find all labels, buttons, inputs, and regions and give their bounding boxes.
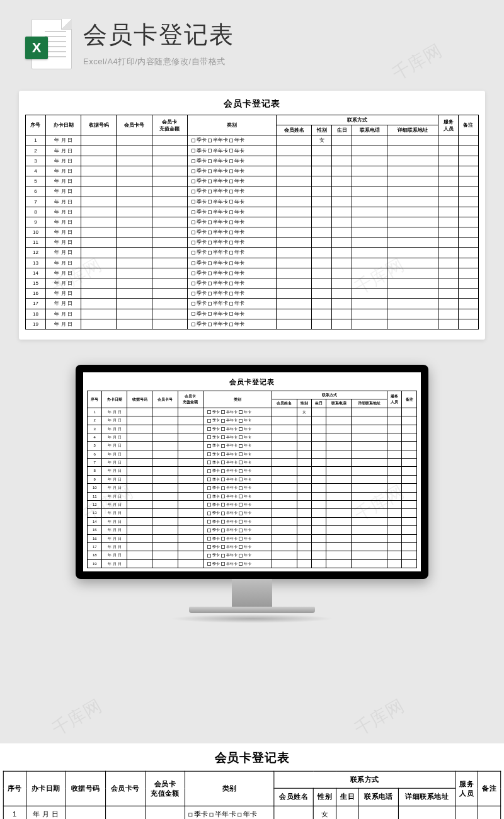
table-row: 10 年 月 日 季卡半年卡年卡 xyxy=(88,484,417,492)
monitor-stand xyxy=(232,579,272,607)
table-row: 2 年 月 日 季卡半年卡年卡 xyxy=(88,416,417,425)
monitor-mockup: 会员卡登记表 序号 办卡日期 收据号码 会员卡号 会员卡充值金额 类别 联系方式… xyxy=(0,365,504,623)
monitor-screen: 会员卡登记表 序号 办卡日期 收据号码 会员卡号 会员卡充值金额 类别 联系方式… xyxy=(76,365,428,579)
page-header: X 会员卡登记表 Excel/A4打印/内容随意修改/自带格式 xyxy=(0,0,504,84)
table-row: 1 年 月 日 季卡半年卡年卡 女 xyxy=(26,135,479,146)
page-subtitle: Excel/A4打印/内容随意修改/自带格式 xyxy=(83,56,234,67)
table-row: 13 年 月 日 季卡半年卡年卡 xyxy=(26,258,479,268)
table-row: 1 年 月 日 季卡半年卡年卡 女 xyxy=(88,408,417,416)
monitor-base xyxy=(189,607,315,613)
table-row: 13 年 月 日 季卡半年卡年卡 xyxy=(88,509,417,517)
table-row: 16 年 月 日 季卡半年卡年卡 xyxy=(26,289,479,299)
table-row: 7 年 月 日 季卡半年卡年卡 xyxy=(26,197,479,207)
sheet-preview-zoom: 会员卡登记表 序号 办卡日期 收据号码 会员卡号 会员卡充值金额 类别 联系方式… xyxy=(0,743,504,819)
monitor-shadow xyxy=(170,614,334,623)
table-row: 9 年 月 日 季卡半年卡年卡 xyxy=(88,475,417,483)
table-row: 14 年 月 日 季卡半年卡年卡 xyxy=(26,268,479,278)
registration-table: 序号 办卡日期 收据号码 会员卡号 会员卡充值金额 类别 联系方式 服务人员 备… xyxy=(3,771,501,819)
table-row: 14 年 月 日 季卡半年卡年卡 xyxy=(88,517,417,525)
watermark: 千库网 xyxy=(48,694,106,742)
table-row: 18 年 月 日 季卡半年卡年卡 xyxy=(26,309,479,319)
table-row: 3 年 月 日 季卡半年卡年卡 xyxy=(88,425,417,433)
table-row: 11 年 月 日 季卡半年卡年卡 xyxy=(88,492,417,500)
table-row: 8 年 月 日 季卡半年卡年卡 xyxy=(88,467,417,475)
excel-x-badge: X xyxy=(25,37,48,59)
registration-table: 序号 办卡日期 收据号码 会员卡号 会员卡充值金额 类别 联系方式 服务人员 备… xyxy=(25,115,479,329)
table-row: 15 年 月 日 季卡半年卡年卡 xyxy=(88,526,417,534)
table-row: 19 年 月 日 季卡半年卡年卡 xyxy=(88,559,417,568)
table-row: 18 年 月 日 季卡半年卡年卡 xyxy=(88,551,417,559)
registration-table: 序号 办卡日期 收据号码 会员卡号 会员卡充值金额 类别 联系方式 服务人员 备… xyxy=(87,391,417,568)
sheet-title: 会员卡登记表 xyxy=(87,377,417,387)
table-row: 6 年 月 日 季卡半年卡年卡 xyxy=(88,450,417,458)
table-row: 7 年 月 日 季卡半年卡年卡 xyxy=(88,459,417,467)
table-row: 6 年 月 日 季卡半年卡年卡 xyxy=(26,186,479,197)
table-row: 1 年 月 日 季卡半年卡年卡 女 xyxy=(3,806,500,819)
table-row: 16 年 月 日 季卡半年卡年卡 xyxy=(88,534,417,542)
sheet-preview-main: 会员卡登记表 序号 办卡日期 收据号码 会员卡号 会员卡充值金额 类别 联系方式… xyxy=(19,91,485,340)
table-row: 5 年 月 日 季卡半年卡年卡 xyxy=(26,176,479,186)
table-row: 19 年 月 日 季卡半年卡年卡 xyxy=(26,319,479,329)
sheet-title: 会员卡登记表 xyxy=(25,98,479,110)
table-row: 12 年 月 日 季卡半年卡年卡 xyxy=(26,248,479,258)
table-row: 17 年 月 日 季卡半年卡年卡 xyxy=(88,542,417,551)
table-row: 2 年 月 日 季卡半年卡年卡 xyxy=(26,146,479,156)
table-row: 5 年 月 日 季卡半年卡年卡 xyxy=(88,442,417,450)
sheet-title: 会员卡登记表 xyxy=(3,750,501,765)
table-row: 10 年 月 日 季卡半年卡年卡 xyxy=(26,227,479,238)
watermark: 千库网 xyxy=(350,694,408,742)
table-row: 4 年 月 日 季卡半年卡年卡 xyxy=(88,433,417,441)
table-row: 3 年 月 日 季卡半年卡年卡 xyxy=(26,156,479,166)
table-row: 8 年 月 日 季卡半年卡年卡 xyxy=(26,207,479,217)
table-row: 17 年 月 日 季卡半年卡年卡 xyxy=(26,299,479,309)
excel-file-icon: X xyxy=(25,19,72,72)
table-row: 15 年 月 日 季卡半年卡年卡 xyxy=(26,278,479,289)
page-title: 会员卡登记表 xyxy=(83,19,234,51)
table-row: 4 年 月 日 季卡半年卡年卡 xyxy=(26,166,479,176)
table-row: 11 年 月 日 季卡半年卡年卡 xyxy=(26,238,479,248)
table-row: 12 年 月 日 季卡半年卡年卡 xyxy=(88,501,417,509)
table-row: 9 年 月 日 季卡半年卡年卡 xyxy=(26,217,479,227)
